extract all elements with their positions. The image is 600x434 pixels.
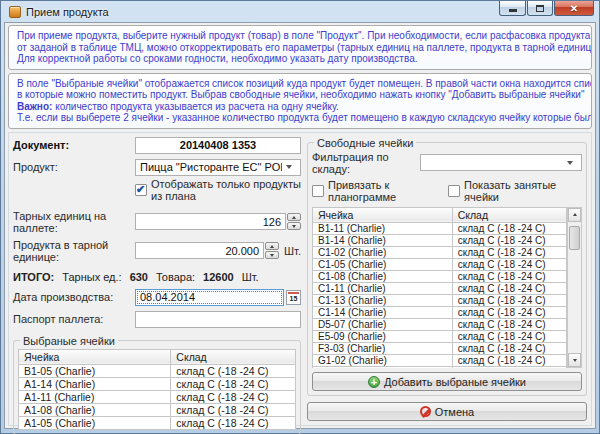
product-label: Продукт: [13, 161, 135, 173]
tare-units-input[interactable]: 126 [135, 213, 286, 230]
add-selected-cells-button[interactable]: + Добавить выбраные ячейки [312, 372, 582, 391]
cell-warehouse: склад C (-18 -24 C) [452, 258, 566, 270]
cell-warehouse: склад C (-18 -24 C) [171, 390, 296, 403]
app-icon [9, 6, 21, 18]
selected-cells-title: Выбраные ячейки [20, 335, 118, 347]
show-plan-checkbox[interactable] [135, 184, 147, 196]
main-area: Документ: 20140408 1353 Продукт: Пицца "… [8, 132, 592, 427]
total-label: ИТОГО: [13, 271, 54, 283]
vertical-scrollbar[interactable] [567, 207, 582, 369]
total-units-suffix: Шт. [242, 271, 259, 283]
info-line: Для корректной работы со сроками годност… [17, 53, 583, 65]
cell-warehouse: склад C (-18 -24 C) [452, 342, 566, 354]
table-row[interactable]: A1-11 (Charlie) склад C (-18 -24 C) [19, 390, 296, 403]
column-header-warehouse[interactable]: Склад [171, 349, 296, 364]
table-row[interactable]: A1-14 (Charlie) склад C (-18 -24 C) [19, 377, 296, 390]
table-row[interactable]: C1-08 (Charlie)склад C (-18 -24 C) [313, 270, 567, 282]
maximize-button[interactable] [527, 1, 553, 16]
scrollbar-thumb[interactable] [569, 226, 580, 250]
titlebar[interactable]: Прием продукта ✕ [4, 1, 596, 22]
cell-id: C1-13 (Charlie) [313, 294, 453, 306]
cell-id: B1-11 (Charlie) [313, 222, 453, 234]
scroll-down-icon[interactable] [568, 353, 581, 367]
cell-id: C1-02 (Charlie) [313, 246, 453, 258]
minimize-icon [509, 9, 517, 12]
pallet-passport-input[interactable] [135, 311, 301, 328]
warehouse-filter-dropdown[interactable] [420, 154, 582, 171]
table-row[interactable]: G1-02 (Charlie)склад C (-18 -24 C) [313, 354, 567, 366]
table-row[interactable]: B1-05 (Charlie) склад C (-18 -24 C) [19, 364, 296, 377]
cell-warehouse: склад C (-18 -24 C) [452, 282, 566, 294]
spin-down-icon[interactable] [287, 222, 301, 230]
column-header-cell[interactable]: Ячейка [19, 349, 171, 364]
chevron-down-icon[interactable] [282, 160, 296, 175]
column-header-cell[interactable]: Ячейка [313, 207, 453, 222]
filter-label: Фильтрация по складу: [312, 151, 420, 175]
window-title: Прием продукта [26, 6, 498, 18]
table-row[interactable]: E5-09 (Charlie)склад C (-18 -24 C) [313, 330, 567, 342]
info-line: Т.е. если вы выберете 2 ячейки - указанн… [17, 112, 583, 124]
close-button[interactable]: ✕ [554, 1, 594, 16]
cell-warehouse: склад C (-18 -24 C) [452, 294, 566, 306]
table-row[interactable]: C1-13 (Charlie)склад C (-18 -24 C) [313, 294, 567, 306]
document-field[interactable]: 20140408 1353 [135, 137, 301, 154]
cell-warehouse: склад C (-18 -24 C) [171, 377, 296, 390]
product-per-tare-spinner[interactable] [265, 242, 279, 259]
show-occupied-checkbox[interactable] [448, 185, 460, 197]
cell-warehouse: склад C (-18 -24 C) [452, 306, 566, 318]
cell-warehouse: склад C (-18 -24 C) [452, 366, 566, 368]
product-dropdown[interactable]: Пицца "Ристоранте ЕС" POLLO (с ку [135, 159, 301, 176]
product-per-tare-label: Продукта в тарной единице: [13, 239, 135, 263]
info-line: В поле "Выбраные ячейки" отображается сп… [17, 78, 583, 90]
left-panel: Документ: 20140408 1353 Продукт: Пицца "… [13, 137, 301, 422]
dialog-window: Прием продукта ✕ При приеме продукта, вы… [0, 0, 600, 434]
table-row[interactable]: C1-14 (Charlie)склад C (-18 -24 C) [313, 306, 567, 318]
cell-id: C1-14 (Charlie) [313, 306, 453, 318]
table-row[interactable]: A1-05 (Charlie) склад C (-18 -24 C) [19, 416, 296, 429]
scroll-up-icon[interactable] [568, 208, 581, 222]
cell-warehouse: склад C (-18 -24 C) [452, 234, 566, 246]
table-row[interactable]: G1-05 (Charlie)склад C (-18 -24 C) [313, 366, 567, 368]
spin-up-icon[interactable] [287, 213, 301, 221]
table-row[interactable]: B1-14 (Charlie)склад C (-18 -24 C) [313, 234, 567, 246]
scrollbar-track[interactable] [568, 222, 581, 354]
chevron-down-icon[interactable] [563, 155, 577, 170]
plus-icon: + [368, 376, 380, 388]
table-row[interactable]: B1-11 (Charlie)склад C (-18 -24 C) [313, 222, 567, 234]
show-occupied-label: Показать занятые ячейки [464, 179, 572, 203]
table-row[interactable]: C1-02 (Charlie)склад C (-18 -24 C) [313, 246, 567, 258]
cell-id: D5-07 (Charlie) [313, 318, 453, 330]
cancel-button[interactable]: Отмена [307, 402, 587, 421]
spin-up-icon[interactable] [265, 242, 279, 250]
cell-id: A1-05 (Charlie) [19, 416, 171, 429]
tare-units-spinner[interactable] [287, 213, 301, 230]
production-date-input[interactable]: 08.04.2014 [135, 289, 284, 306]
cell-id: C1-08 (Charlie) [313, 270, 453, 282]
table-row[interactable]: F3-03 (Charlie)склад C (-18 -24 C) [313, 342, 567, 354]
cell-warehouse: склад C (-18 -24 C) [452, 246, 566, 258]
total-goods-value: 12600 [203, 271, 234, 283]
selected-cells-table: Ячейка Склад B1-05 (Charlie) склад C (-1… [18, 349, 296, 430]
pallet-passport-label: Паспорт паллета: [13, 313, 135, 325]
right-panel: Свободные ячейки Фильтрация по складу: П… [307, 137, 587, 422]
spin-down-icon[interactable] [265, 251, 279, 259]
tare-units-label: Тарных единиц на паллете: [13, 210, 135, 234]
cell-id: G1-02 (Charlie) [313, 354, 453, 366]
cell-warehouse: склад C (-18 -24 C) [452, 222, 566, 234]
table-row[interactable]: A1-08 (Charlie) склад C (-18 -24 C) [19, 403, 296, 416]
calendar-icon[interactable]: 15 [286, 290, 301, 305]
product-per-tare-input[interactable]: 20.000 [135, 242, 264, 259]
minimize-button[interactable] [499, 1, 526, 16]
table-row[interactable]: C1-11 (Charlie)склад C (-18 -24 C) [313, 282, 567, 294]
maximize-icon [536, 5, 544, 12]
column-header-warehouse[interactable]: Склад [452, 207, 566, 222]
total-goods-label: Товара: [156, 271, 195, 283]
cell-id: C1-11 (Charlie) [313, 282, 453, 294]
totals-row: ИТОГО: Тарных ед.: 630 Товара: 12600 Шт. [13, 271, 301, 283]
info-line: Важно: количество продукта указывается и… [17, 101, 583, 113]
cell-warehouse: склад C (-18 -24 C) [452, 318, 566, 330]
bind-planogram-checkbox[interactable] [312, 185, 324, 197]
units-suffix: Шт. [284, 245, 301, 257]
table-row[interactable]: C1-05 (Charlie)склад C (-18 -24 C) [313, 258, 567, 270]
table-row[interactable]: D5-07 (Charlie)склад C (-18 -24 C) [313, 318, 567, 330]
